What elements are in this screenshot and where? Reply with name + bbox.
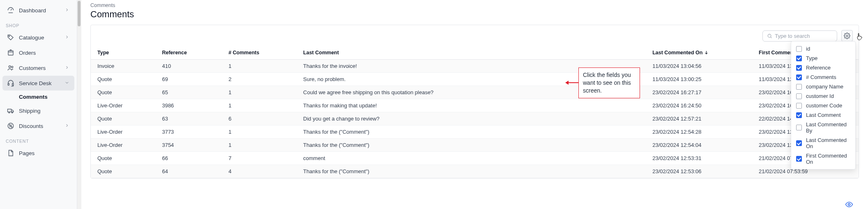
th-last-commented-on[interactable]: Last Commented On xyxy=(646,46,752,59)
sidebar-item-discounts[interactable]: Discounts xyxy=(2,118,74,133)
svg-point-13 xyxy=(768,34,771,37)
svg-point-17 xyxy=(848,204,850,206)
column-option[interactable]: Last Commented By xyxy=(791,120,855,135)
file-icon xyxy=(7,149,15,157)
column-option[interactable]: customer Code xyxy=(791,101,855,110)
svg-point-2 xyxy=(9,66,11,68)
cell-num: 2 xyxy=(222,72,297,86)
table-row[interactable]: Live-Order37731Thanks for the ("Comment"… xyxy=(91,125,859,138)
cell-ref: 64 xyxy=(155,165,222,178)
cell-type: Quote xyxy=(91,165,155,178)
percent-icon xyxy=(7,122,15,130)
sidebar-item-customers[interactable]: Customers xyxy=(2,60,74,75)
cell-ref: 410 xyxy=(155,59,222,72)
column-option-label: First Commented On xyxy=(806,153,850,165)
column-option[interactable]: id xyxy=(791,44,855,53)
search-input[interactable] xyxy=(775,33,833,39)
cell-lastOn: 23/02/2024 16:27:17 xyxy=(646,86,752,99)
cell-num: 1 xyxy=(222,138,297,151)
table-row[interactable]: Quote667comment23/02/2024 12:53:3121/02/… xyxy=(91,151,859,165)
column-option[interactable]: company Name xyxy=(791,82,855,91)
table-row[interactable]: Live-Order37541Thanks for the ("Comment"… xyxy=(91,138,859,151)
view-row-icon[interactable] xyxy=(845,200,853,209)
column-option-label: customer Id xyxy=(806,93,834,99)
sidebar-item-pages[interactable]: Pages xyxy=(2,146,74,160)
column-settings-button[interactable] xyxy=(841,30,853,42)
cell-last: Thanks for the ("Comment") xyxy=(297,125,646,138)
svg-point-11 xyxy=(11,126,12,127)
cell-type: Live-Order xyxy=(91,125,155,138)
table-row[interactable]: Quote651Could we agree free shipping on … xyxy=(91,86,859,99)
svg-rect-1 xyxy=(8,51,13,56)
checkbox-icon xyxy=(796,46,802,52)
column-option[interactable]: Type xyxy=(791,53,855,63)
sidebar-item-label: Customers xyxy=(19,65,64,71)
checkbox-icon xyxy=(796,74,802,80)
column-option[interactable]: # Comments xyxy=(791,72,855,82)
column-option-label: customer Code xyxy=(806,102,842,109)
column-option-label: Last Comment xyxy=(806,112,841,118)
breadcrumb[interactable]: Comments xyxy=(90,2,859,8)
table-row[interactable]: Quote692Sure, no problem.11/03/2024 13:0… xyxy=(91,72,859,86)
checkbox-icon xyxy=(796,93,802,99)
tag-icon xyxy=(7,33,15,42)
cell-lastOn: 23/02/2024 12:53:31 xyxy=(646,151,752,165)
sidebar-item-dashboard[interactable]: Dashboard xyxy=(2,3,74,18)
comments-table: Type Reference # Comments Last Comment L… xyxy=(91,46,859,178)
sidebar-scrollbar[interactable] xyxy=(77,0,81,209)
table-row[interactable]: Quote644Thanks for the ("Comment")23/02/… xyxy=(91,165,859,178)
search-icon xyxy=(767,33,772,39)
cell-ref: 65 xyxy=(155,86,222,99)
table-row[interactable]: Invoice4101Thanks for the invoice!11/03/… xyxy=(91,59,859,72)
cell-last: Did you get a change to review? xyxy=(297,112,646,125)
column-option[interactable]: customer Id xyxy=(791,91,855,101)
column-option[interactable]: Last Comment xyxy=(791,110,855,120)
sidebar-item-shipping[interactable]: Shipping xyxy=(2,103,74,118)
column-option-label: Type xyxy=(806,55,817,61)
page-title: Comments xyxy=(90,9,859,20)
cell-type: Quote xyxy=(91,86,155,99)
cell-ref: 69 xyxy=(155,72,222,86)
table-row[interactable]: Quote636Did you get a change to review?2… xyxy=(91,112,859,125)
th-num-comments[interactable]: # Comments xyxy=(222,46,297,59)
cell-num: 1 xyxy=(222,125,297,138)
column-option-label: Last Commented On xyxy=(806,137,850,149)
svg-point-8 xyxy=(12,112,13,113)
cell-num: 1 xyxy=(222,59,297,72)
chevron-right-icon xyxy=(64,7,70,13)
sidebar-item-label: Catalogue xyxy=(19,35,64,41)
svg-point-3 xyxy=(12,66,13,68)
gear-icon xyxy=(844,33,850,39)
svg-point-7 xyxy=(9,112,10,113)
sidebar-item-label: Shipping xyxy=(19,108,70,114)
cell-num: 1 xyxy=(222,99,297,112)
users-icon xyxy=(7,64,15,72)
cell-num: 7 xyxy=(222,151,297,165)
svg-line-12 xyxy=(9,125,12,127)
th-type[interactable]: Type xyxy=(91,46,155,59)
checkbox-icon xyxy=(796,125,802,130)
sidebar-item-service-desk[interactable]: Service Desk xyxy=(2,76,74,91)
search-input-wrap[interactable] xyxy=(762,30,837,42)
column-option-label: Last Commented By xyxy=(806,121,850,134)
sidebar: Dashboard SHOP Catalogue Orders Customer… xyxy=(0,0,77,209)
th-reference[interactable]: Reference xyxy=(155,46,222,59)
sort-desc-icon xyxy=(704,50,709,56)
cell-lastOn: 11/03/2024 13:00:25 xyxy=(646,72,752,86)
column-option[interactable]: First Commented On xyxy=(791,151,855,167)
th-last-comment[interactable]: Last Comment xyxy=(297,46,646,59)
sidebar-item-catalogue[interactable]: Catalogue xyxy=(2,30,74,45)
chevron-right-icon xyxy=(64,35,70,40)
sidebar-item-orders[interactable]: Orders xyxy=(2,45,74,60)
callout-text: Click the fields you want to see on this… xyxy=(583,72,631,94)
column-option-label: id xyxy=(806,46,810,52)
checkbox-icon xyxy=(796,84,802,90)
column-chooser-popover: idTypeReference# Commentscompany Namecus… xyxy=(791,41,856,170)
table-row[interactable]: Live-Order39861Thanks for making that up… xyxy=(91,99,859,112)
column-option[interactable]: Last Commented On xyxy=(791,135,855,151)
sidebar-subitem-comments[interactable]: Comments xyxy=(2,91,74,103)
cell-lastOn: 23/02/2024 12:54:28 xyxy=(646,125,752,138)
sidebar-item-label: Pages xyxy=(19,150,70,156)
column-option[interactable]: Reference xyxy=(791,63,855,72)
main-content: Comments Comments Type Reference # Comme… xyxy=(81,0,868,209)
